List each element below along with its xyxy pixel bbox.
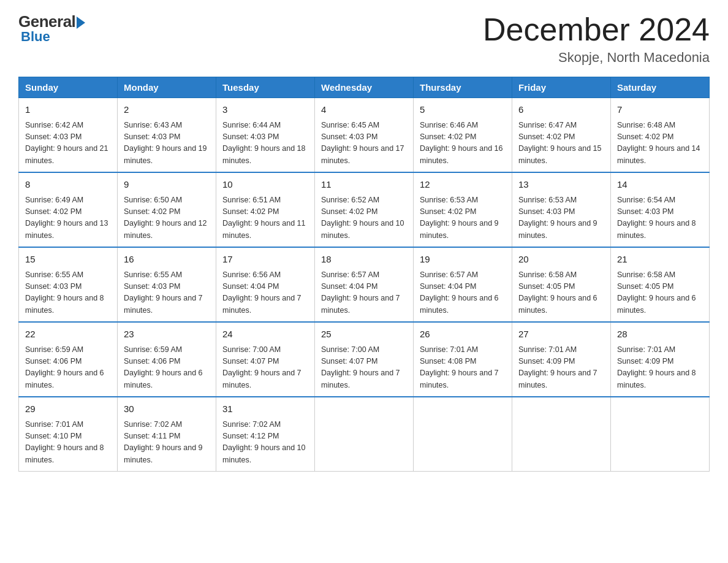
day-number: 18 — [321, 253, 407, 267]
header-cell-monday: Monday — [118, 77, 216, 98]
day-cell: 13Sunrise: 6:53 AMSunset: 4:03 PMDayligh… — [512, 172, 611, 247]
day-number: 11 — [321, 178, 407, 192]
day-info: Sunrise: 6:59 AMSunset: 4:06 PMDaylight:… — [25, 344, 111, 392]
day-number: 29 — [25, 402, 111, 416]
day-cell: 4Sunrise: 6:45 AMSunset: 4:03 PMDaylight… — [315, 98, 414, 173]
day-cell: 10Sunrise: 6:51 AMSunset: 4:02 PMDayligh… — [216, 172, 315, 247]
header: General Blue December 2024 Skopje, North… — [18, 12, 710, 66]
day-info: Sunrise: 6:56 AMSunset: 4:04 PMDaylight:… — [222, 269, 308, 317]
day-info: Sunrise: 6:51 AMSunset: 4:02 PMDaylight:… — [222, 194, 308, 242]
day-cell: 17Sunrise: 6:56 AMSunset: 4:04 PMDayligh… — [216, 247, 315, 322]
day-info: Sunrise: 6:49 AMSunset: 4:02 PMDaylight:… — [25, 194, 111, 242]
day-info: Sunrise: 7:01 AMSunset: 4:09 PMDaylight:… — [518, 344, 604, 392]
day-cell: 24Sunrise: 7:00 AMSunset: 4:07 PMDayligh… — [216, 322, 315, 397]
day-number: 24 — [222, 327, 308, 342]
day-number: 12 — [420, 178, 506, 192]
day-cell: 26Sunrise: 7:01 AMSunset: 4:08 PMDayligh… — [414, 322, 512, 397]
day-info: Sunrise: 6:55 AMSunset: 4:03 PMDaylight:… — [25, 269, 111, 317]
day-cell: 31Sunrise: 7:02 AMSunset: 4:12 PMDayligh… — [216, 397, 315, 472]
day-number: 14 — [617, 178, 703, 192]
day-cell: 14Sunrise: 6:54 AMSunset: 4:03 PMDayligh… — [611, 172, 710, 247]
day-number: 1 — [25, 103, 111, 117]
calendar-body: 1Sunrise: 6:42 AMSunset: 4:03 PMDaylight… — [19, 98, 710, 472]
day-cell: 2Sunrise: 6:43 AMSunset: 4:03 PMDaylight… — [118, 98, 216, 173]
header-cell-friday: Friday — [512, 77, 611, 98]
day-cell: 12Sunrise: 6:53 AMSunset: 4:02 PMDayligh… — [414, 172, 512, 247]
logo-blue-text: Blue — [21, 29, 50, 45]
day-number: 20 — [518, 253, 604, 267]
day-info: Sunrise: 7:01 AMSunset: 4:08 PMDaylight:… — [420, 344, 506, 392]
month-title: December 2024 — [483, 12, 710, 47]
day-cell: 9Sunrise: 6:50 AMSunset: 4:02 PMDaylight… — [118, 172, 216, 247]
day-number: 26 — [420, 327, 506, 342]
day-number: 16 — [124, 253, 210, 267]
logo: General Blue — [18, 12, 85, 45]
header-row: SundayMondayTuesdayWednesdayThursdayFrid… — [19, 77, 710, 98]
header-cell-thursday: Thursday — [414, 77, 512, 98]
header-cell-saturday: Saturday — [611, 77, 710, 98]
day-info: Sunrise: 6:53 AMSunset: 4:02 PMDaylight:… — [420, 194, 506, 242]
day-cell: 19Sunrise: 6:57 AMSunset: 4:04 PMDayligh… — [414, 247, 512, 322]
week-row-5: 29Sunrise: 7:01 AMSunset: 4:10 PMDayligh… — [19, 397, 710, 472]
week-row-2: 8Sunrise: 6:49 AMSunset: 4:02 PMDaylight… — [19, 172, 710, 247]
day-cell: 22Sunrise: 6:59 AMSunset: 4:06 PMDayligh… — [19, 322, 118, 397]
day-number: 19 — [420, 253, 506, 267]
day-number: 22 — [25, 327, 111, 342]
logo-arrow-icon — [77, 17, 85, 29]
day-cell: 1Sunrise: 6:42 AMSunset: 4:03 PMDaylight… — [19, 98, 118, 173]
header-cell-wednesday: Wednesday — [315, 77, 414, 98]
header-cell-tuesday: Tuesday — [216, 77, 315, 98]
day-info: Sunrise: 7:01 AMSunset: 4:10 PMDaylight:… — [25, 419, 111, 467]
day-number: 15 — [25, 253, 111, 267]
day-cell: 28Sunrise: 7:01 AMSunset: 4:09 PMDayligh… — [611, 322, 710, 397]
day-number: 10 — [222, 178, 308, 192]
day-number: 5 — [420, 103, 506, 117]
day-info: Sunrise: 6:45 AMSunset: 4:03 PMDaylight:… — [321, 120, 407, 167]
day-number: 23 — [124, 327, 210, 342]
day-cell: 5Sunrise: 6:46 AMSunset: 4:02 PMDaylight… — [414, 98, 512, 173]
day-info: Sunrise: 6:43 AMSunset: 4:03 PMDaylight:… — [124, 120, 210, 167]
day-cell: 15Sunrise: 6:55 AMSunset: 4:03 PMDayligh… — [19, 247, 118, 322]
day-cell: 23Sunrise: 6:59 AMSunset: 4:06 PMDayligh… — [118, 322, 216, 397]
day-info: Sunrise: 6:55 AMSunset: 4:03 PMDaylight:… — [124, 269, 210, 317]
day-cell: 30Sunrise: 7:02 AMSunset: 4:11 PMDayligh… — [118, 397, 216, 472]
day-number: 28 — [617, 327, 703, 342]
location: Skopje, North Macedonia — [483, 50, 710, 66]
day-cell — [414, 397, 512, 472]
day-number: 17 — [222, 253, 308, 267]
page: General Blue December 2024 Skopje, North… — [0, 0, 728, 490]
day-info: Sunrise: 6:47 AMSunset: 4:02 PMDaylight:… — [518, 120, 604, 167]
day-cell: 27Sunrise: 7:01 AMSunset: 4:09 PMDayligh… — [512, 322, 611, 397]
day-info: Sunrise: 6:54 AMSunset: 4:03 PMDaylight:… — [617, 194, 703, 242]
day-cell: 3Sunrise: 6:44 AMSunset: 4:03 PMDaylight… — [216, 98, 315, 173]
title-area: December 2024 Skopje, North Macedonia — [483, 12, 710, 66]
day-cell: 11Sunrise: 6:52 AMSunset: 4:02 PMDayligh… — [315, 172, 414, 247]
day-cell: 20Sunrise: 6:58 AMSunset: 4:05 PMDayligh… — [512, 247, 611, 322]
day-info: Sunrise: 6:44 AMSunset: 4:03 PMDaylight:… — [222, 120, 308, 167]
day-cell: 21Sunrise: 6:58 AMSunset: 4:05 PMDayligh… — [611, 247, 710, 322]
day-number: 31 — [222, 402, 308, 416]
day-number: 9 — [124, 178, 210, 192]
day-number: 25 — [321, 327, 407, 342]
day-info: Sunrise: 6:57 AMSunset: 4:04 PMDaylight:… — [321, 269, 407, 317]
day-number: 21 — [617, 253, 703, 267]
day-info: Sunrise: 6:48 AMSunset: 4:02 PMDaylight:… — [617, 120, 703, 167]
week-row-1: 1Sunrise: 6:42 AMSunset: 4:03 PMDaylight… — [19, 98, 710, 173]
day-number: 8 — [25, 178, 111, 192]
day-info: Sunrise: 6:53 AMSunset: 4:03 PMDaylight:… — [518, 194, 604, 242]
day-cell: 16Sunrise: 6:55 AMSunset: 4:03 PMDayligh… — [118, 247, 216, 322]
day-info: Sunrise: 6:57 AMSunset: 4:04 PMDaylight:… — [420, 269, 506, 317]
week-row-4: 22Sunrise: 6:59 AMSunset: 4:06 PMDayligh… — [19, 322, 710, 397]
header-cell-sunday: Sunday — [19, 77, 118, 98]
day-cell: 29Sunrise: 7:01 AMSunset: 4:10 PMDayligh… — [19, 397, 118, 472]
day-number: 3 — [222, 103, 308, 117]
day-number: 13 — [518, 178, 604, 192]
calendar-header: SundayMondayTuesdayWednesdayThursdayFrid… — [19, 77, 710, 98]
day-number: 7 — [617, 103, 703, 117]
day-cell: 18Sunrise: 6:57 AMSunset: 4:04 PMDayligh… — [315, 247, 414, 322]
day-info: Sunrise: 6:42 AMSunset: 4:03 PMDaylight:… — [25, 120, 111, 167]
day-cell: 7Sunrise: 6:48 AMSunset: 4:02 PMDaylight… — [611, 98, 710, 173]
day-info: Sunrise: 7:02 AMSunset: 4:11 PMDaylight:… — [124, 419, 210, 467]
day-info: Sunrise: 6:59 AMSunset: 4:06 PMDaylight:… — [124, 344, 210, 392]
day-number: 4 — [321, 103, 407, 117]
